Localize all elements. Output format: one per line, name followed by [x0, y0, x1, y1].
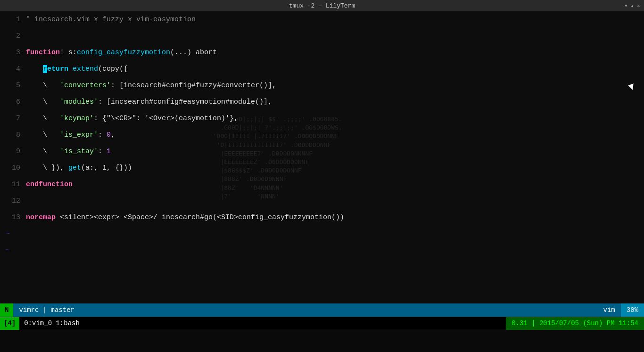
line-content-1: " incsearch.vim x fuzzy x vim-easymotion — [26, 11, 644, 28]
line-content-8: \ 'is_expr': 0, — [26, 127, 644, 143]
maximize-button[interactable]: ▴ — [631, 2, 634, 9]
titlebar-title: tmux -2 – LilyTerm — [289, 2, 355, 9]
code-line-9: 9 \ 'is_stay': 1 — [0, 143, 644, 160]
close-button[interactable]: ✕ — [637, 2, 640, 9]
line-content-10: \ }), get(a:, 1, {})) — [26, 160, 644, 176]
tilde-line-1: ~ — [0, 226, 644, 242]
line-content-4: return extend(copy({ — [26, 61, 644, 77]
statusline: N vimrc | master vim 30% — [0, 303, 644, 317]
status-filetype: vim — [598, 303, 621, 317]
line-content-11: endfunction — [26, 176, 644, 193]
line-number-6: 6 — [0, 94, 26, 110]
line-number-4: 4 — [0, 61, 26, 77]
status-percent: 30% — [621, 303, 644, 317]
line-number-13: 13 — [0, 209, 26, 226]
code-line-2: 2 — [0, 28, 644, 44]
line-number-5: 5 — [0, 77, 26, 94]
status-file: vimrc | master — [13, 306, 80, 314]
titlebar: tmux -2 – LilyTerm ▾ ▴ ✕ — [0, 0, 644, 11]
line-number-2: 2 — [0, 28, 26, 44]
line-content-5: \ 'converters': [incsearch#config#fuzzy#… — [26, 77, 644, 94]
status-mode: N — [0, 303, 13, 317]
tilde-line-2: ~ — [0, 242, 644, 259]
minimize-button[interactable]: ▾ — [624, 2, 627, 9]
code-line-10: 10 \ }), get(a:, 1, {})) — [0, 160, 644, 176]
line-content-7: \ 'keymap': {"\<CR>": '<Over>(easymotion… — [26, 110, 644, 127]
code-line-12: 12 — [0, 193, 644, 209]
line-number-11: 11 — [0, 176, 26, 193]
code-line-4: 4 return extend(copy({ — [0, 61, 644, 77]
titlebar-controls[interactable]: ▾ ▴ ✕ — [624, 2, 640, 9]
tmux-info: 0.31 | 2015/07/05 (Sun) PM 11:54 — [506, 317, 644, 330]
line-content-6: \ 'modules': [incsearch#config#easymotio… — [26, 94, 644, 110]
line-content-13: noremap <silent><expr> <Space>/ incsearc… — [26, 209, 644, 226]
code-line-7: 7 \ 'keymap': {"\<CR>": '<Over>(easymoti… — [0, 110, 644, 127]
code-line-8: 8 \ 'is_expr': 0, — [0, 127, 644, 143]
tmux-bar: [4] 0:vim_0 1:bash 0.31 | 2015/07/05 (Su… — [0, 317, 644, 329]
code-line-6: 6 \ 'modules': [incsearch#config#easymot… — [0, 94, 644, 110]
line-number-12: 12 — [0, 193, 26, 209]
code-line-5: 5 \ 'converters': [incsearch#config#fuzz… — [0, 77, 644, 94]
tmux-window-id: [4] — [0, 317, 19, 330]
code-line-3: 3 function! s:config_easyfuzzymotion(...… — [0, 44, 644, 61]
code-line-11: 11 endfunction — [0, 176, 644, 193]
line-number-3: 3 — [0, 44, 26, 61]
line-content-3: function! s:config_easyfuzzymotion(...) … — [26, 44, 644, 61]
line-number-9: 9 — [0, 143, 26, 160]
line-number-8: 8 — [0, 127, 26, 143]
line-number-10: 10 — [0, 160, 26, 176]
status-right: vim 30% — [598, 303, 644, 317]
line-number-7: 7 — [0, 110, 26, 127]
line-content-9: \ 'is_stay': 1 — [26, 143, 644, 160]
editor: 1 " incsearch.vim x fuzzy x vim-easymoti… — [0, 11, 644, 303]
line-number-1: 1 — [0, 11, 26, 28]
code-line-13: 13 noremap <silent><expr> <Space>/ incse… — [0, 209, 644, 226]
code-line-1: 1 " incsearch.vim x fuzzy x vim-easymoti… — [0, 11, 644, 28]
tmux-panes: 0:vim_0 1:bash — [19, 319, 84, 327]
